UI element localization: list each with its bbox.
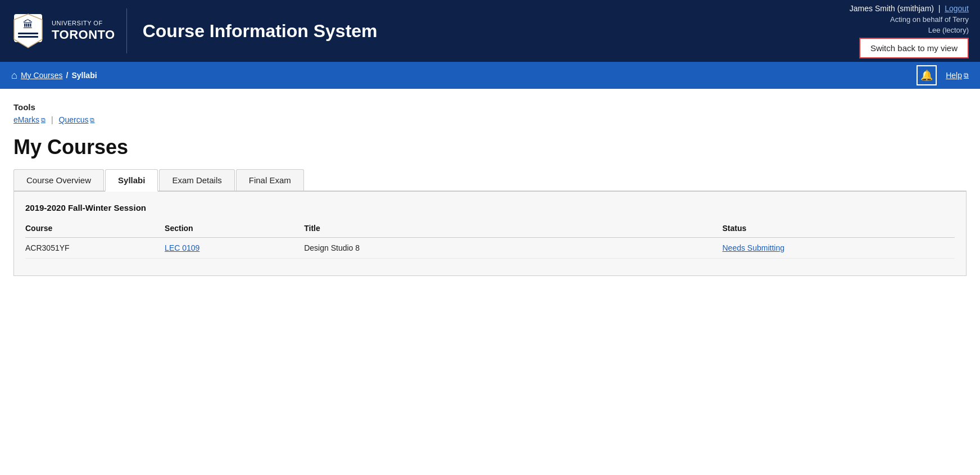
cell-title: Design Studio 8 (304, 238, 722, 259)
quercus-external-icon: ⧉ (90, 116, 94, 124)
user-name-label: James Smith (smithjam) (850, 4, 934, 13)
notification-bell-button[interactable]: 🔔 (917, 65, 937, 85)
breadcrumb-my-courses-link[interactable]: My Courses (21, 71, 63, 80)
cell-course: ACR3051YF (25, 238, 165, 259)
page-heading: My Courses (13, 135, 967, 159)
section-link[interactable]: LEC 0109 (165, 243, 199, 252)
header: 🏛 UNIVERSITY OF TORONTO Course Informati… (0, 0, 980, 62)
header-right: James Smith (smithjam) | Logout Acting o… (850, 4, 969, 58)
tab-final-exam[interactable]: Final Exam (236, 169, 304, 191)
cell-section: LEC 0109 (165, 238, 304, 259)
help-label: Help (946, 71, 962, 80)
breadcrumb-separator: / (66, 71, 69, 80)
tools-section: Tools eMarks ⧉ | Quercus ⧉ (13, 102, 967, 124)
emarks-external-icon: ⧉ (41, 116, 46, 124)
session-label: 2019-2020 Fall-Winter Session (25, 203, 955, 212)
header-user-line: James Smith (smithjam) | Logout (850, 4, 969, 13)
svg-text:🏛: 🏛 (23, 19, 33, 30)
course-table: Course Section Title Status ACR3051YF LE… (25, 220, 955, 259)
svg-rect-4 (18, 36, 38, 38)
table-header-row: Course Section Title Status (25, 220, 955, 238)
tab-syllabi[interactable]: Syllabi (105, 169, 158, 192)
quercus-label: Quercus (59, 115, 89, 124)
acting-on-behalf-line1: Acting on behalf of Terry (890, 15, 969, 24)
tools-links: eMarks ⧉ | Quercus ⧉ (13, 115, 967, 124)
breadcrumb-current: Syllabi (71, 71, 97, 80)
table-row: ACR3051YF LEC 0109 Design Studio 8 Needs… (25, 238, 955, 259)
tools-divider: | (51, 115, 53, 124)
cell-status: Needs Submitting (722, 238, 955, 259)
emarks-link[interactable]: eMarks ⧉ (13, 115, 46, 124)
help-link[interactable]: Help ⧉ (946, 71, 969, 80)
main-content: Tools eMarks ⧉ | Quercus ⧉ My Courses Co… (0, 89, 980, 276)
navbar-right: 🔔 Help ⧉ (917, 65, 969, 85)
navbar: ⌂ My Courses / Syllabi 🔔 Help ⧉ (0, 62, 980, 89)
switch-back-button[interactable]: Switch back to my view (859, 38, 969, 58)
help-external-icon: ⧉ (964, 71, 969, 79)
tab-course-overview[interactable]: Course Overview (13, 169, 104, 191)
acting-on-behalf-line2: Lee (lectory) (928, 26, 969, 34)
home-icon: ⌂ (11, 70, 17, 82)
logout-link[interactable]: Logout (945, 4, 969, 13)
system-title: Course Information System (143, 21, 850, 42)
table-panel: 2019-2020 Fall-Winter Session Course Sec… (13, 192, 967, 276)
tabs: Course Overview Syllabi Exam Details Fin… (13, 169, 967, 192)
col-header-course: Course (25, 220, 165, 238)
uoft-logo-icon: 🏛 (11, 11, 45, 51)
col-header-section: Section (165, 220, 304, 238)
tab-exam-details[interactable]: Exam Details (159, 169, 234, 191)
col-header-status: Status (722, 220, 955, 238)
status-link[interactable]: Needs Submitting (722, 243, 784, 252)
bell-icon: 🔔 (920, 69, 933, 82)
emarks-label: eMarks (13, 115, 39, 124)
quercus-link[interactable]: Quercus ⧉ (59, 115, 95, 124)
logo-area: 🏛 UNIVERSITY OF TORONTO (11, 8, 127, 53)
breadcrumb: ⌂ My Courses / Syllabi (11, 70, 97, 82)
logo-text: UNIVERSITY OF TORONTO (52, 19, 115, 43)
tools-label: Tools (13, 102, 967, 112)
svg-rect-3 (18, 33, 38, 34)
col-header-title: Title (304, 220, 722, 238)
